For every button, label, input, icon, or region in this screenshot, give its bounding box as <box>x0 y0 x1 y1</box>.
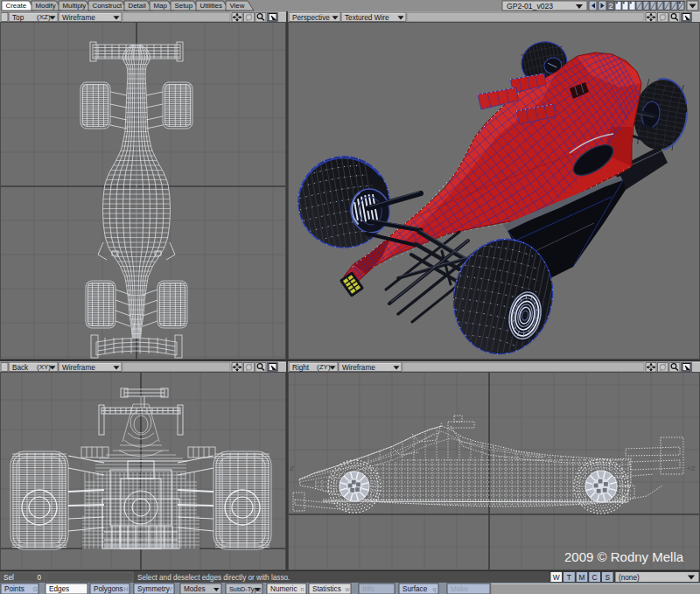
svg-text:S: S <box>605 573 610 582</box>
svg-text:2: 2 <box>609 2 613 10</box>
svg-text:w: w <box>345 586 351 592</box>
svg-text:Right: Right <box>292 364 310 372</box>
svg-text:Textured Wire: Textured Wire <box>345 14 389 22</box>
svg-text:W: W <box>553 573 560 582</box>
svg-text:2009 © Rodny Mella: 2009 © Rodny Mella <box>564 549 684 564</box>
svg-text:Select and deselect edges dire: Select and deselect edges directly or wi… <box>137 574 290 582</box>
svg-text:G: G <box>33 586 38 592</box>
svg-text:Top: Top <box>12 14 24 22</box>
svg-text:n: n <box>301 586 304 592</box>
svg-text:Y: Y <box>169 586 173 592</box>
svg-text:Multiply: Multiply <box>63 2 87 10</box>
svg-text:(ZY): (ZY) <box>317 363 331 371</box>
svg-text:Make: Make <box>451 585 468 593</box>
svg-text:Create: Create <box>6 2 27 10</box>
svg-text:Back: Back <box>12 364 29 372</box>
svg-text:(XZ): (XZ) <box>37 13 51 21</box>
svg-text:Info: Info <box>362 585 374 593</box>
svg-text:(XY): (XY) <box>37 363 51 371</box>
svg-text:Z: Z <box>290 465 294 472</box>
svg-text:View: View <box>230 2 245 10</box>
svg-text:Setup: Setup <box>175 2 193 10</box>
svg-text:M: M <box>579 573 585 582</box>
svg-text:Edges: Edges <box>49 585 69 593</box>
svg-text:0: 0 <box>37 574 41 582</box>
svg-text:Perspective: Perspective <box>292 14 330 22</box>
svg-text:Polygons: Polygons <box>94 585 123 593</box>
svg-text:Points: Points <box>4 585 24 593</box>
svg-text:Modes: Modes <box>184 585 206 593</box>
svg-text:Modify: Modify <box>36 2 56 10</box>
svg-text:H: H <box>124 586 129 592</box>
svg-text:Wireframe: Wireframe <box>62 364 95 372</box>
svg-text:Wireframe: Wireframe <box>62 14 95 22</box>
svg-text:Utilities: Utilities <box>200 2 222 10</box>
svg-text:Map: Map <box>154 2 168 10</box>
svg-text:Wireframe: Wireframe <box>342 364 375 372</box>
svg-text:GP2-01_v023: GP2-01_v023 <box>507 2 553 10</box>
svg-text:T: T <box>567 573 571 582</box>
svg-text:q: q <box>433 586 437 593</box>
svg-text:+Z: +Z <box>687 465 696 472</box>
svg-text:Detail: Detail <box>129 2 146 10</box>
svg-text:C: C <box>592 573 598 582</box>
svg-text:Symmetry: Symmetry <box>137 585 171 593</box>
svg-text:Numeric: Numeric <box>270 585 297 593</box>
svg-text:(none): (none) <box>619 574 640 582</box>
svg-text:Surface: Surface <box>402 585 428 593</box>
svg-text:Statistics: Statistics <box>312 585 341 593</box>
svg-text:Construct: Construct <box>93 2 123 10</box>
svg-text:Sel: Sel <box>4 574 14 582</box>
